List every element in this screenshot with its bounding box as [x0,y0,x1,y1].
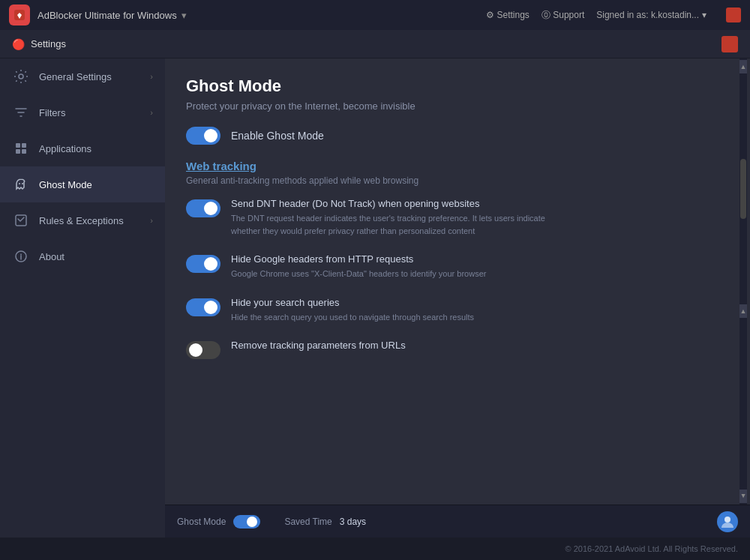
user-dropdown-icon: ▾ [702,10,706,20]
title-bar: AdBlocker Ultimate for Windows ▾ ⚙ Setti… [0,0,750,30]
svg-point-6 [19,183,20,184]
search-queries-toggle[interactable] [186,298,220,316]
sidebar-item-general[interactable]: General Settings › [0,58,165,94]
filters-chevron: › [150,108,153,117]
applications-icon [12,139,30,157]
footer-copyright: © 2016-2021 AdAvoid Ltd. All Rights Rese… [566,544,739,553]
sidebar-rules-label: Rules & Exceptions [39,215,150,226]
panel-wrapper: Ghost Mode Protect your privacy on the I… [165,58,750,505]
filters-icon [12,103,30,121]
dnt-title: Send DNT header (Do Not Track) when open… [231,198,576,209]
scroll-track: ▲ ▲ ▲ [740,58,747,505]
sidebar-about-label: About [39,251,153,262]
footer: © 2016-2021 AdAvoid Ltd. All Rights Rese… [0,538,750,560]
sidebar-item-applications[interactable]: Applications [0,130,165,166]
close-button[interactable] [726,7,741,22]
sidebar-general-label: General Settings [39,71,150,82]
setting-row-search-queries: Hide your search queries Hide the search… [186,297,720,324]
tracking-params-toggle[interactable] [186,341,220,359]
tracking-params-title: Remove tracking parameters from URLs [231,340,406,351]
setting-row-dnt: Send DNT header (Do Not Track) when open… [186,198,720,237]
search-queries-desc: Hide the search query you used to naviga… [231,311,474,324]
settings-header-title: Settings [31,38,66,49]
google-headers-title: Hide Google headers from HTTP requests [231,253,486,265]
web-tracking-section: Web tracking General anti-tracking metho… [186,160,720,186]
section-title: Web tracking [186,160,720,172]
saved-time-value: 3 days [340,517,366,527]
sidebar-applications-label: Applications [39,143,153,154]
main-panel: Ghost Mode Protect your privacy on the I… [165,58,750,538]
google-headers-toggle[interactable] [186,255,220,273]
enable-ghost-label: Enable Ghost Mode [231,130,324,142]
main-container: 🔴 Settings General Settings › [0,30,750,538]
panel-title: Ghost Mode [186,76,720,96]
title-bar-right: ⚙ Settings ⓪ Support Signed in as: k.kos… [486,7,741,22]
settings-link[interactable]: ⚙ Settings [486,10,530,20]
svg-rect-4 [16,149,20,154]
panel-content: Ghost Mode Protect your privacy on the I… [165,58,750,505]
app-name: AdBlocker Ultimate for Windows ▾ [38,10,486,21]
scroll-up-button[interactable]: ▲ [740,60,747,73]
user-info[interactable]: Signed in as: k.kostadin... ▾ [596,10,706,20]
sidebar-item-about[interactable]: About [0,238,165,274]
saved-time-label: Saved Time [284,517,332,527]
ghost-mode-status-label: Ghost Mode [177,517,226,527]
status-avatar [717,511,738,532]
scroll-down-button[interactable]: ▲ [740,304,747,318]
app-logo [9,4,30,25]
sidebar: General Settings › Filters › [0,58,165,538]
ghost-mode-status-toggle[interactable] [233,515,260,529]
search-queries-title: Hide your search queries [231,297,474,308]
sidebar-filters-label: Filters [39,107,150,118]
status-saved-time: Saved Time 3 days [284,517,366,527]
section-desc: General anti-tracking methods applied wh… [186,175,720,186]
content-area: General Settings › Filters › [0,58,750,538]
svg-point-7 [22,183,23,184]
settings-header: 🔴 Settings [0,30,750,58]
rules-icon [12,211,30,229]
rules-chevron: › [150,216,153,225]
google-headers-text: Hide Google headers from HTTP requests G… [231,253,486,280]
dnt-toggle[interactable] [186,199,220,217]
svg-rect-2 [16,143,20,148]
status-ghost-mode: Ghost Mode [177,515,260,529]
svg-point-9 [724,517,730,523]
google-headers-desc: Google Chrome uses "X-Client-Data" heade… [231,268,486,280]
sidebar-item-rules[interactable]: Rules & Exceptions › [0,202,165,238]
dnt-text: Send DNT header (Do Not Track) when open… [231,198,576,237]
enable-ghost-toggle[interactable] [186,127,220,145]
scroll-down-button2[interactable]: ▲ [740,490,747,503]
search-queries-text: Hide your search queries Hide the search… [231,297,474,324]
status-bar: Ghost Mode Saved Time 3 days [165,505,750,538]
sidebar-item-filters[interactable]: Filters › [0,94,165,130]
svg-rect-3 [22,143,26,148]
app-dropdown-icon[interactable]: ▾ [182,10,187,21]
svg-point-1 [19,74,23,79]
about-icon [12,247,30,265]
general-chevron: › [150,72,153,81]
sidebar-ghost-label: Ghost Mode [39,179,153,190]
dnt-desc: The DNT request header indicates the use… [231,212,576,237]
panel-subtitle: Protect your privacy on the Internet, be… [186,100,720,112]
tracking-params-text: Remove tracking parameters from URLs [231,340,406,354]
general-settings-icon [12,67,30,85]
setting-row-google-headers: Hide Google headers from HTTP requests G… [186,253,720,280]
settings-header-icon: 🔴 [12,38,25,50]
sidebar-item-ghost[interactable]: Ghost Mode [0,166,165,202]
enable-ghost-row: Enable Ghost Mode [186,127,720,145]
ghost-icon [12,175,30,193]
settings-close-button[interactable] [722,36,738,52]
support-link[interactable]: ⓪ Support [542,9,584,22]
svg-rect-5 [22,149,26,154]
setting-row-tracking-params: Remove tracking parameters from URLs [186,340,720,359]
